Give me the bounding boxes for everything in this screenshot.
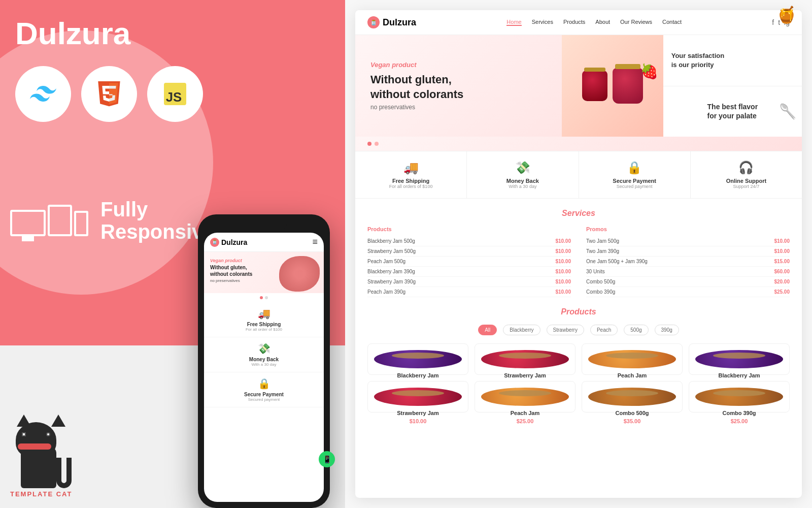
- product-card[interactable]: Strawberry Jam $10.00: [475, 343, 576, 375]
- site-logo-icon: 🫙: [367, 16, 380, 28]
- product-card[interactable]: Peach Jam $25.00: [475, 381, 576, 412]
- site-nav: 🫙 Dulzura Home Services Products About O…: [355, 10, 802, 35]
- js-icon: JS: [147, 66, 203, 122]
- dot-inactive: [265, 296, 268, 299]
- nav-link-services[interactable]: Services: [532, 19, 553, 26]
- promos-col-title: Promos: [586, 226, 790, 232]
- tablet-icon: [48, 205, 72, 236]
- right-panel: 🫙 Dulzura Home Services Products About O…: [345, 0, 812, 508]
- promo-row: Combo 390g $25.00: [586, 287, 790, 297]
- product-image-blackberry1: [374, 350, 462, 368]
- tech-icons-row: JS: [15, 66, 203, 122]
- monitor-icon: [10, 210, 46, 236]
- cat-figure: [11, 422, 72, 488]
- product-card[interactable]: Blackberry Jam $10.00: [689, 343, 790, 375]
- products-section: Products All Blackberry Strawberry Peach…: [355, 307, 802, 423]
- cat-collar: [18, 443, 51, 450]
- product-image-combo1: [588, 388, 676, 406]
- phone-feature-money: 💸 Money Back With a 30 day: [204, 337, 324, 372]
- products-grid: Blackberry Jam $10.00 Strawberry Jam $10…: [367, 343, 790, 412]
- products-title: Products: [367, 307, 790, 316]
- product-card[interactable]: Peach Jam $10.00: [582, 343, 683, 375]
- money-back-icon: 💸: [473, 161, 572, 175]
- phone-screen: 🫙 Dulzura ≡ Vegan product Without gluten…: [204, 233, 324, 502]
- filter-500g[interactable]: 500g: [624, 325, 648, 335]
- service-row: Peach Jam 500g $10.00: [367, 257, 571, 267]
- service-row: Blackberry Jam 500g $10.00: [367, 236, 571, 246]
- phone-outer: 🫙 Dulzura ≡ Vegan product Without gluten…: [198, 214, 330, 508]
- product-card[interactable]: Strawberry Jam $10.00: [367, 381, 468, 412]
- hero-main-image: 🍓: [562, 35, 663, 137]
- service-row: Blackberry Jam 390g $10.00: [367, 267, 571, 277]
- phone-feature-secure: 🔒 Secure Payment Secured payment: [204, 372, 324, 407]
- devices-icon: [10, 205, 88, 236]
- nav-link-reviews[interactable]: Our Reviews: [620, 19, 652, 26]
- cat-body: [21, 448, 56, 488]
- phone-carousel-dots: [204, 293, 324, 302]
- site-logo: 🫙 Dulzura: [367, 16, 416, 28]
- responsive-section: FullyResponsive: [10, 198, 215, 243]
- products-list: Products Blackberry Jam 500g $10.00 Stra…: [367, 226, 571, 297]
- nav-link-products[interactable]: Products: [563, 19, 585, 26]
- features-bar: 🚚 Free Shipping For all orders of $100 💸…: [355, 151, 802, 199]
- nav-link-home[interactable]: Home: [506, 19, 521, 26]
- hero-dot-1[interactable]: [367, 142, 371, 146]
- filter-peach[interactable]: Peach: [590, 325, 618, 335]
- phone-notch: [241, 220, 287, 231]
- money-icon: 💸: [210, 342, 318, 355]
- phone-mockup: 🫙 Dulzura ≡ Vegan product Without gluten…: [198, 214, 330, 508]
- dot-active: [260, 296, 263, 299]
- payment-icon: 🔒: [585, 161, 684, 175]
- phone-logo-icon: 🫙: [210, 238, 219, 247]
- filter-390g[interactable]: 390g: [655, 325, 679, 335]
- service-row: Strawberry Jam 500g $10.00: [367, 246, 571, 257]
- nav-link-about[interactable]: About: [595, 19, 610, 26]
- service-row: Strawberry Jam 390g $10.00: [367, 277, 571, 287]
- cat-ear-right: [51, 415, 65, 427]
- whatsapp-button[interactable]: 📱: [319, 451, 335, 467]
- hero-section: Vegan product Without gluten,without col…: [355, 35, 802, 137]
- hero-main: Vegan product Without gluten,without col…: [355, 35, 663, 137]
- phone-icon: [74, 211, 88, 236]
- nav-link-contact[interactable]: Contact: [662, 19, 682, 26]
- product-card[interactable]: Combo 390g $25.00: [689, 381, 790, 412]
- product-image-blackberry2: [695, 350, 783, 368]
- nav-links: Home Services Products About Our Reviews…: [506, 19, 682, 26]
- products-col-title: Products: [367, 226, 571, 232]
- filter-strawberry[interactable]: Strawberry: [547, 325, 584, 335]
- website-preview[interactable]: 🫙 Dulzura Home Services Products About O…: [355, 10, 802, 498]
- promo-row: 30 Units $60.00: [586, 267, 790, 277]
- shipping-icon: 🚚: [210, 307, 318, 320]
- product-image-combo2: [695, 388, 783, 406]
- responsive-label: FullyResponsive: [100, 198, 215, 243]
- facebook-icon[interactable]: f: [772, 18, 774, 26]
- hero-flavor: The best flavorfor your palate: [707, 102, 758, 120]
- hero-dot-2[interactable]: [375, 142, 379, 146]
- filter-blackberry[interactable]: Blackberry: [503, 325, 540, 335]
- html5-icon: [81, 66, 137, 122]
- product-image-strawberry1: [481, 350, 569, 368]
- template-cat-section: TEMPLATE CAT: [10, 422, 72, 498]
- phone-hero: Vegan product Without gluten,without col…: [204, 252, 324, 293]
- filter-all[interactable]: All: [478, 325, 497, 335]
- template-cat-label: TEMPLATE CAT: [10, 490, 72, 498]
- product-image-peach2: [481, 388, 569, 406]
- product-image-peach1: [588, 350, 676, 368]
- hero-side: Your satisfactionis our priority 🍯 The b…: [663, 35, 802, 137]
- shipping-icon: 🚚: [361, 161, 460, 175]
- hero-dots: [355, 137, 802, 151]
- hero-side-top: Your satisfactionis our priority 🍯: [663, 35, 802, 86]
- promo-row: Combo 500g $20.00: [586, 277, 790, 287]
- phone-header: 🫙 Dulzura ≡: [204, 233, 324, 252]
- product-filters: All Blackberry Strawberry Peach 500g 390…: [367, 325, 790, 335]
- services-title: Services: [367, 209, 790, 218]
- service-row: Peach Jam 390g $10.00: [367, 287, 571, 297]
- promo-row: Two Jam 500g $10.00: [586, 236, 790, 246]
- svg-text:JS: JS: [166, 90, 182, 104]
- services-section: Services Products Blackberry Jam 500g $1…: [355, 199, 802, 307]
- product-card[interactable]: Blackberry Jam $10.00: [367, 343, 468, 375]
- secure-icon: 🔒: [210, 377, 318, 390]
- product-card[interactable]: Combo 500g $35.00: [582, 381, 683, 412]
- phone-hero-image: [279, 256, 320, 292]
- product-image-strawberry2: [374, 388, 462, 406]
